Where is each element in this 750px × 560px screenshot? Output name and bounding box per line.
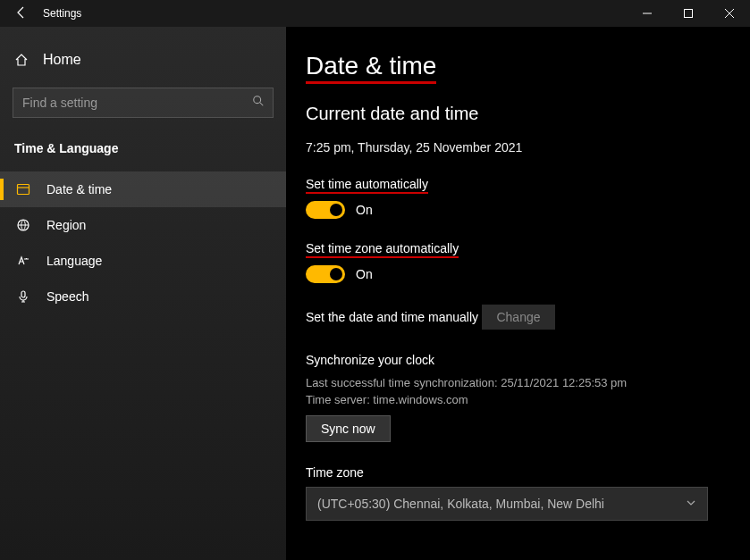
- sidebar-item-label: Date & time: [46, 182, 112, 196]
- maximize-button[interactable]: [668, 0, 709, 27]
- language-icon: [16, 254, 30, 268]
- sidebar-item-region[interactable]: Region: [0, 207, 286, 243]
- sync-now-button[interactable]: Sync now: [306, 415, 391, 442]
- auto-tz-state: On: [356, 267, 373, 281]
- sync-heading: Synchronize your clock: [306, 353, 732, 367]
- sidebar-item-label: Speech: [46, 289, 88, 304]
- auto-tz-toggle[interactable]: [306, 265, 345, 283]
- sidebar-item-label: Region: [46, 218, 86, 232]
- globe-icon: [16, 218, 30, 232]
- sidebar-home-label: Home: [43, 52, 81, 68]
- sync-last: Last successful time synchronization: 25…: [306, 376, 732, 389]
- sidebar-item-date-time[interactable]: Date & time: [0, 171, 286, 207]
- calendar-clock-icon: [16, 182, 30, 196]
- sidebar-item-label: Language: [46, 254, 102, 268]
- timezone-dropdown: (UTC+05:30) Chennai, Kolkata, Mumbai, Ne…: [306, 487, 708, 521]
- page-title: Date & time: [306, 52, 436, 84]
- titlebar: Settings: [0, 0, 750, 27]
- microphone-icon: [16, 289, 30, 304]
- current-datetime-value: 7:25 pm, Thursday, 25 November 2021: [306, 140, 732, 155]
- toggle-knob: [330, 268, 342, 280]
- sidebar-item-language[interactable]: Language: [0, 243, 286, 279]
- sidebar-item-speech[interactable]: Speech: [0, 279, 286, 314]
- close-button[interactable]: [709, 0, 750, 27]
- auto-time-toggle[interactable]: [306, 201, 345, 219]
- search-icon: [252, 95, 265, 111]
- toggle-knob: [330, 204, 342, 216]
- auto-time-label: Set time automatically: [306, 177, 428, 194]
- svg-point-1: [254, 96, 261, 104]
- auto-tz-label: Set time zone automatically: [306, 241, 459, 258]
- back-button[interactable]: [14, 5, 29, 22]
- sync-server: Time server: time.windows.com: [306, 393, 732, 406]
- svg-rect-2: [18, 185, 29, 195]
- auto-time-state: On: [356, 203, 373, 217]
- manual-datetime-label: Set the date and time manually: [306, 310, 478, 324]
- search-wrap: [13, 88, 274, 118]
- svg-rect-0: [685, 10, 693, 18]
- sidebar: Home Time & Language Date & time Region: [0, 27, 286, 560]
- svg-rect-4: [21, 291, 25, 297]
- home-icon: [14, 53, 29, 67]
- chevron-down-icon: [686, 497, 696, 511]
- search-input[interactable]: [13, 88, 274, 118]
- timezone-label: Time zone: [306, 465, 732, 480]
- timezone-selected: (UTC+05:30) Chennai, Kolkata, Mumbai, Ne…: [317, 497, 604, 511]
- main-panel: Date & time Current date and time 7:25 p…: [286, 27, 750, 560]
- sidebar-section-header: Time & Language: [0, 136, 286, 171]
- sidebar-home[interactable]: Home: [0, 45, 286, 75]
- minimize-button[interactable]: [627, 0, 668, 27]
- current-datetime-heading: Current date and time: [306, 104, 732, 124]
- change-button: Change: [482, 305, 554, 330]
- window-title: Settings: [43, 7, 81, 20]
- window-controls: [627, 0, 750, 27]
